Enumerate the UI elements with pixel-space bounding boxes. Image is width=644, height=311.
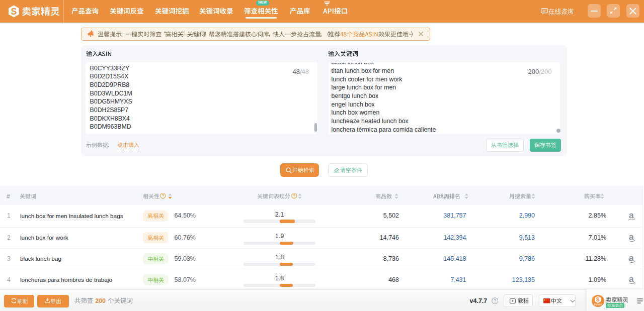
svg-text:S: S bbox=[596, 297, 600, 302]
svg-text:S: S bbox=[11, 7, 17, 17]
